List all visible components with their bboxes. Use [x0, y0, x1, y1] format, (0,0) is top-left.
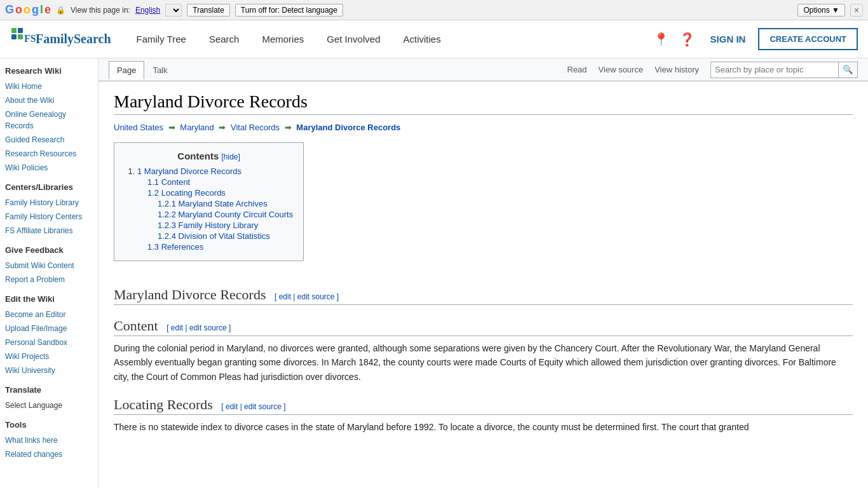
search-icon: 🔍: [843, 65, 853, 74]
sidebar-item-report-problem[interactable]: Report a Problem: [5, 273, 93, 287]
sidebar-item-related-changes[interactable]: Related changes: [5, 447, 93, 461]
action-view-history[interactable]: View history: [649, 62, 704, 77]
close-translate-button[interactable]: ×: [850, 4, 863, 17]
sidebar-item-family-history-centers[interactable]: Family History Centers: [5, 210, 93, 224]
nav-get-involved[interactable]: Get Involved: [316, 20, 390, 58]
sidebar-item-select-language[interactable]: Select Language: [5, 398, 93, 412]
sidebar-item-submit-wiki[interactable]: Submit Wiki Content: [5, 259, 93, 273]
section-3-edit-link[interactable]: [ edit: [221, 402, 238, 411]
section-1-edit-links: [ edit | edit source ]: [275, 292, 339, 301]
breadcrumb-vital-records[interactable]: Vital Records: [231, 123, 280, 132]
toc-link-1-2-1[interactable]: 1.2.1 Maryland State Archives: [158, 199, 268, 208]
sidebar-section-tools: Tools: [5, 420, 93, 430]
toc-item-1-2-4: 1.2.4 Division of Vital Statistics: [158, 231, 293, 241]
nav-links: Family Tree Search Memories Get Involved…: [126, 20, 651, 58]
toc-list: 1 Maryland Divorce Records 1.1 Content 1…: [125, 166, 293, 252]
options-button[interactable]: Options ▼: [797, 4, 845, 17]
breadcrumb-us[interactable]: United States: [114, 123, 163, 132]
sidebar-item-wiki-policies[interactable]: Wiki Policies: [5, 161, 93, 175]
sidebar-item-fs-affiliate[interactable]: FS Affiliate Libraries: [5, 224, 93, 238]
sidebar-item-family-history-library[interactable]: Family History Library: [5, 196, 93, 210]
breadcrumb-maryland[interactable]: Maryland: [180, 123, 214, 132]
section-2-edit-source-link[interactable]: edit source ]: [189, 323, 231, 332]
translate-button[interactable]: Translate: [187, 4, 230, 17]
svg-rect-3: [18, 34, 23, 39]
nav-memories[interactable]: Memories: [252, 20, 314, 58]
toc-link-1-3[interactable]: 1.3 References: [147, 242, 203, 252]
help-icon-btn[interactable]: ❓: [677, 29, 698, 50]
wiki-tab-actions: Read View source View history 🔍: [562, 62, 858, 78]
section-3-edit-links: [ edit | edit source ]: [221, 402, 285, 411]
toc-hide-button[interactable]: [hide]: [221, 152, 240, 161]
sidebar-item-become-editor[interactable]: Become an Editor: [5, 308, 93, 322]
search-input[interactable]: [711, 62, 838, 78]
turn-off-button[interactable]: Turn off for: Detect language: [235, 4, 343, 17]
sidebar-item-wiki-home[interactable]: Wiki Home: [5, 79, 93, 93]
action-read[interactable]: Read: [562, 62, 592, 77]
sidebar-section-centers: Centers/Libraries: [5, 182, 93, 192]
toc-link-1-2[interactable]: 1.2 Locating Records: [147, 188, 226, 198]
sidebar: Research Wiki Wiki Home About the Wiki O…: [0, 58, 98, 488]
toc-item-1-1: 1.1 Content: [147, 177, 293, 187]
nav-actions: 📍 ❓ SIGN IN CREATE ACCOUNT: [651, 28, 858, 50]
tab-talk[interactable]: Talk: [144, 61, 175, 79]
language-link[interactable]: English: [135, 6, 160, 15]
svg-rect-1: [18, 28, 23, 33]
toc-link-1-2-3[interactable]: 1.2.3 Family History Library: [158, 220, 258, 230]
svg-rect-2: [11, 34, 17, 39]
section-1-edit-link[interactable]: [ edit: [275, 292, 291, 301]
translate-bar: Google 🔒 View this page in: English Tran…: [0, 0, 868, 20]
sidebar-item-personal-sandbox[interactable]: Personal Sandbox: [5, 336, 93, 349]
google-logo: Google: [5, 3, 51, 17]
logo-familysearch-text: FamilySearch: [36, 32, 111, 46]
search-button[interactable]: 🔍: [838, 62, 857, 78]
nav-family-tree[interactable]: Family Tree: [126, 20, 196, 58]
sidebar-item-online-genealogy[interactable]: Online Genealogy Records: [5, 107, 93, 133]
sidebar-section-translate: Translate: [5, 385, 93, 395]
create-account-button[interactable]: CREATE ACCOUNT: [758, 28, 858, 50]
help-icon: ❓: [679, 32, 695, 46]
main-nav: FS FamilySearch Family Tree Search Memor…: [0, 20, 868, 58]
language-select[interactable]: [165, 4, 182, 17]
content-area: Page Talk Read View source View history …: [98, 58, 868, 488]
tab-page[interactable]: Page: [109, 61, 144, 79]
toc-link-1-2-2[interactable]: 1.2.2 Maryland County Circuit Courts: [158, 210, 293, 219]
breadcrumb-arrow-1: ➡: [168, 123, 178, 132]
page-layout: Research Wiki Wiki Home About the Wiki O…: [0, 58, 868, 488]
main-content: Maryland Divorce Records United States ➡…: [98, 81, 868, 445]
location-icon-btn[interactable]: 📍: [651, 29, 672, 50]
sidebar-item-wiki-projects[interactable]: Wiki Projects: [5, 349, 93, 363]
toc-link-1-2-4[interactable]: 1.2.4 Division of Vital Statistics: [158, 231, 270, 241]
toc-title: Contents [hide]: [125, 151, 293, 161]
sidebar-item-guided-research[interactable]: Guided Research: [5, 133, 93, 147]
sign-in-button[interactable]: SIGN IN: [703, 34, 754, 44]
breadcrumb: United States ➡ Maryland ➡ Vital Records…: [114, 123, 853, 132]
page-title: Maryland Divorce Records: [114, 92, 853, 115]
sidebar-item-what-links[interactable]: What links here: [5, 433, 93, 447]
nav-search[interactable]: Search: [199, 20, 250, 58]
toc-link-1-1[interactable]: 1.1 Content: [147, 177, 190, 187]
sidebar-item-upload-file[interactable]: Upload File/Image: [5, 322, 93, 336]
nav-activities[interactable]: Activities: [393, 20, 451, 58]
wiki-tabs: Page Talk Read View source View history …: [98, 58, 868, 81]
logo[interactable]: FS FamilySearch: [10, 27, 111, 52]
toc-link-1[interactable]: 1 Maryland Divorce Records: [137, 166, 241, 176]
section-3-edit-source-link[interactable]: edit source ]: [244, 402, 285, 411]
sidebar-item-research-resources[interactable]: Research Resources: [5, 147, 93, 161]
lock-icon: 🔒: [56, 6, 65, 15]
section-2-edit-links: [ edit | edit source ]: [166, 323, 231, 332]
toc-item-1-2: 1.2 Locating Records 1.2.1 Maryland Stat…: [147, 188, 293, 241]
location-icon: 📍: [653, 32, 669, 46]
toc-item-1-3: 1.3 References: [147, 242, 293, 252]
sidebar-item-about-wiki[interactable]: About the Wiki: [5, 93, 93, 107]
svg-rect-0: [11, 28, 17, 33]
section-heading-2: Content [ edit | edit source ]: [114, 318, 853, 336]
action-view-source[interactable]: View source: [593, 62, 649, 77]
section-2-edit-link[interactable]: [ edit: [166, 323, 183, 332]
sidebar-item-wiki-university[interactable]: Wiki University: [5, 363, 93, 377]
toc-item-1-2-3: 1.2.3 Family History Library: [158, 220, 293, 230]
sidebar-section-feedback: Give Feedback: [5, 245, 93, 255]
section-1-edit-source-link[interactable]: edit source ]: [297, 292, 339, 301]
section-heading-3: Locating Records [ edit | edit source ]: [114, 396, 853, 415]
search-wiki: 🔍: [710, 62, 858, 78]
